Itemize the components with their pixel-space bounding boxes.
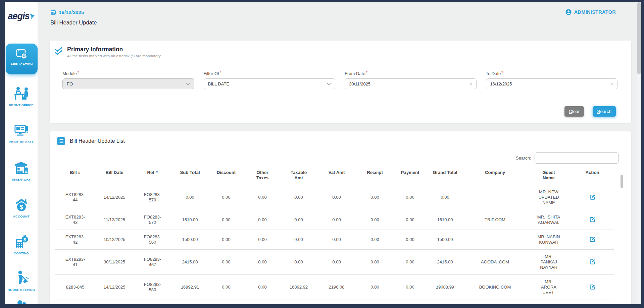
edit-icon xyxy=(590,259,595,264)
point-of-sale-icon xyxy=(14,124,29,138)
account-icon: $ xyxy=(14,197,29,212)
topbar: 16/12/2025 ADMINISTRATOR xyxy=(50,9,616,15)
frame-border-bottom xyxy=(0,304,644,308)
cell-other-taxes: 0.00 xyxy=(244,250,281,275)
required-asterisk: * xyxy=(220,70,221,75)
cell-company: TRIP.COM xyxy=(463,210,527,230)
col-guest-name[interactable]: Guest Name xyxy=(527,165,571,185)
cell-ref: FO8283-580 xyxy=(142,282,164,293)
col-bill[interactable]: Bill # xyxy=(55,165,96,185)
clear-x-icon[interactable]: × xyxy=(611,81,613,86)
user-menu[interactable]: ADMINISTRATOR xyxy=(565,9,616,15)
table-header-row: Bill # Bill Date Ref # Sub Total Discoun… xyxy=(55,165,614,185)
cell-bill: 8283-845 xyxy=(66,285,85,290)
page-scrollbar[interactable] xyxy=(637,2,641,304)
edit-button[interactable] xyxy=(590,217,595,223)
col-taxable-amt[interactable]: Taxable Amt xyxy=(281,165,317,185)
svg-text:$: $ xyxy=(19,203,23,210)
cell-taxable-amt: 0.00 xyxy=(281,250,317,275)
col-bill-date[interactable]: Bill Date xyxy=(96,165,133,185)
clear-x-icon[interactable]: × xyxy=(470,81,473,86)
sidebar-item-front-office[interactable]: FRONT OFFICE xyxy=(5,86,38,107)
cell-payment: 0.00 xyxy=(393,250,427,275)
cell-guest-name: MR. ARORA JEET xyxy=(537,279,561,295)
page-scrollbar-thumb[interactable] xyxy=(637,2,641,74)
current-date: 16/12/2025 xyxy=(50,9,84,15)
cell-receipt: 0.00 xyxy=(356,210,393,230)
cell-vat-amt: 0.00 xyxy=(317,250,356,275)
required-asterisk: * xyxy=(78,70,79,75)
table-search-input[interactable] xyxy=(535,152,618,164)
bill-list-card: Bill Header Update List Search: Bill # B… xyxy=(50,131,631,304)
table-search-label: Search: xyxy=(515,156,531,161)
col-ref[interactable]: Ref # xyxy=(133,165,172,185)
frame-border-right xyxy=(641,0,644,308)
sidebar-item-label: HOUSE KEEPING xyxy=(5,288,38,292)
sidebar-item-account[interactable]: $ ACCOUNT xyxy=(5,197,38,218)
sidebar-item-application[interactable]: APPLICATION xyxy=(6,44,38,74)
cell-grand-total: 1500.00 xyxy=(427,230,463,250)
to-date-label: To Date xyxy=(486,71,501,76)
cell-receipt: 0.00 xyxy=(356,185,393,210)
calendar-icon xyxy=(50,9,56,15)
from-date-input[interactable] xyxy=(349,81,472,86)
cell-receipt: 0.00 xyxy=(356,275,393,300)
app-logo: aegis xyxy=(5,11,38,21)
cell-sub-total: 16892.91 xyxy=(172,275,208,300)
house-keeping-icon xyxy=(14,270,29,286)
cell-receipt: 0.00 xyxy=(356,250,393,275)
sidebar-item-costing[interactable]: $ COSTING xyxy=(5,234,38,255)
cell-guest-name: MR. NABIN KUNWAR xyxy=(537,234,561,245)
from-date-field-group: From Date* × xyxy=(345,70,477,89)
user-icon xyxy=(565,9,572,15)
cell-sub-total: 2415.00 xyxy=(172,250,208,275)
edit-button[interactable] xyxy=(590,236,595,243)
filter-of-select[interactable]: BILL DATE xyxy=(204,78,336,89)
cell-bill-date: 10/12/2025 xyxy=(96,230,133,250)
edit-button[interactable] xyxy=(590,284,595,291)
table-row: EXT8283-44 14/12/2025 FO8283-579 0.00 0.… xyxy=(55,185,614,210)
sidebar-item-inventory[interactable]: INVENTORY xyxy=(5,161,38,181)
sidebar-item-point-of-sale[interactable]: POINT OF SALE xyxy=(5,124,38,144)
col-discount[interactable]: Discount xyxy=(208,165,244,185)
cell-discount: 0.00 xyxy=(208,275,244,300)
to-date-input[interactable] xyxy=(490,81,613,86)
col-company[interactable]: Company xyxy=(463,165,527,185)
table-scrollbar-thumb[interactable] xyxy=(621,175,623,188)
frame-border-left xyxy=(0,0,5,308)
module-select: FO xyxy=(62,78,194,89)
edit-icon xyxy=(590,194,595,200)
col-grand-total[interactable]: Grand Total xyxy=(427,165,463,185)
sidebar-item-label: POINT OF SALE xyxy=(5,140,38,144)
front-office-icon xyxy=(13,86,30,101)
cell-ref: FO8283-579 xyxy=(142,192,164,203)
cell-discount: 0.00 xyxy=(208,250,244,275)
col-vat-amt[interactable]: Vat Amt xyxy=(317,165,356,185)
filter-value: BILL DATE xyxy=(208,81,230,86)
cell-bill-date: 11/12/2025 xyxy=(96,210,133,230)
cell-discount: 0.00 xyxy=(208,185,244,210)
sidebar-item-house-keeping[interactable]: HOUSE KEEPING xyxy=(5,270,38,292)
module-field-group: Module* FO xyxy=(62,70,194,89)
col-sub-total[interactable]: Sub Total xyxy=(172,165,208,185)
col-payment[interactable]: Payment xyxy=(393,165,427,185)
col-receipt[interactable]: Receipt xyxy=(356,165,393,185)
cell-other-taxes: 0.00 xyxy=(244,185,281,210)
edit-button[interactable] xyxy=(590,259,595,265)
col-other-taxes[interactable]: Other Taxes xyxy=(244,165,281,185)
cell-payment: 0.00 xyxy=(393,230,427,250)
clear-button[interactable]: Clear xyxy=(564,106,584,117)
cell-payment: 0.00 xyxy=(393,185,427,210)
logo-text: aegis xyxy=(8,11,29,21)
list-icon xyxy=(57,137,65,145)
table-row: EXT8283-42 10/12/2025 FO8283-560 1500.00… xyxy=(55,230,614,250)
cell-sub-total: 1610.00 xyxy=(172,210,208,230)
primary-info-subtitle: All the fields marked with an asterisk (… xyxy=(67,54,161,58)
edit-button[interactable] xyxy=(590,194,595,201)
sidebar-item-label: COSTING xyxy=(5,251,38,255)
edit-icon xyxy=(590,236,595,242)
search-button[interactable]: Search xyxy=(593,106,616,117)
cell-guest-name: MR. ISHITA AGARWAL xyxy=(537,214,561,225)
cell-other-taxes: 0.00 xyxy=(244,210,281,230)
cell-company xyxy=(463,230,527,250)
